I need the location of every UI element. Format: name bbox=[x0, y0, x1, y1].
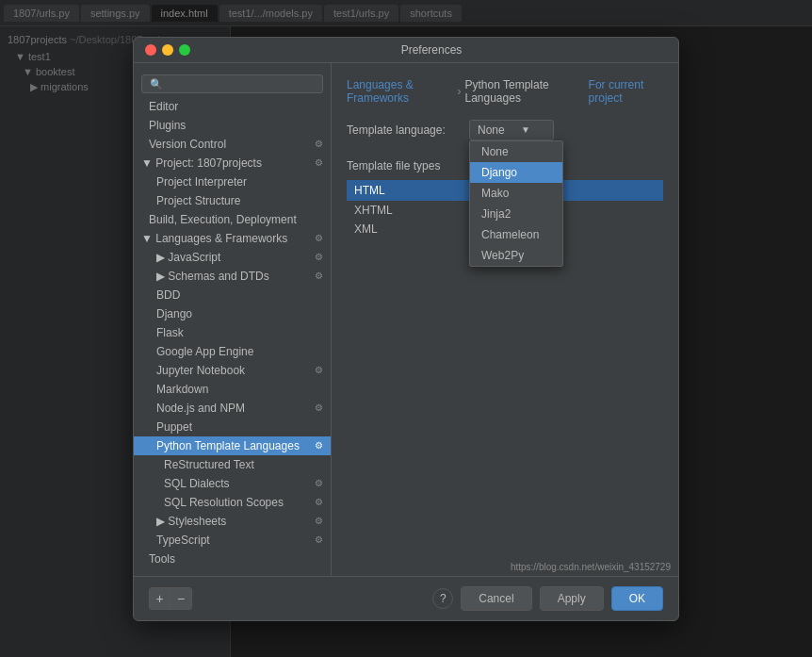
help-button[interactable]: ? bbox=[432, 588, 453, 609]
maximize-button[interactable] bbox=[179, 44, 190, 56]
option-jinja2[interactable]: Jinja2 bbox=[470, 204, 562, 224]
breadcrumb-root[interactable]: Languages & Frameworks bbox=[347, 78, 453, 105]
close-button[interactable] bbox=[145, 44, 156, 56]
cancel-button[interactable]: Cancel bbox=[461, 586, 531, 611]
template-language-label: Template language: bbox=[347, 123, 469, 137]
nav-item-stylesheets[interactable]: ▶ Stylesheets⚙ bbox=[134, 512, 331, 531]
nav-search-container bbox=[134, 71, 331, 97]
nav-item-tools[interactable]: Tools bbox=[134, 550, 331, 568]
template-language-dropdown[interactable]: None ▼ bbox=[469, 120, 554, 140]
modal-content: Languages & Frameworks › Python Template… bbox=[332, 63, 678, 576]
option-web2py[interactable]: Web2Py bbox=[470, 245, 562, 266]
modal-overlay: Preferences Editor Plugins Version Contr… bbox=[0, 0, 812, 657]
modal-title-bar: Preferences bbox=[134, 38, 678, 63]
nav-item-jupyter[interactable]: Jupyter Notebook⚙ bbox=[134, 361, 331, 380]
dropdown-arrow-icon: ▼ bbox=[521, 124, 530, 135]
modal-nav: Editor Plugins Version Control⚙ ▼ Projec… bbox=[134, 63, 332, 576]
watermark: https://blog.csdn.net/weixin_43152729 bbox=[511, 562, 671, 572]
nav-item-plugins[interactable]: Plugins bbox=[134, 116, 331, 135]
nav-item-build[interactable]: Build, Execution, Deployment bbox=[134, 210, 331, 229]
breadcrumb-current: Python Template Languages bbox=[464, 78, 580, 105]
nav-item-schemas[interactable]: ▶ Schemas and DTDs⚙ bbox=[134, 267, 331, 286]
nav-item-editor[interactable]: Editor bbox=[134, 97, 331, 116]
minimize-button[interactable] bbox=[162, 44, 173, 56]
add-remove-bar: + − bbox=[149, 587, 192, 610]
nav-item-bdd[interactable]: BDD bbox=[134, 286, 331, 304]
option-django[interactable]: Django bbox=[470, 162, 562, 183]
nav-item-markdown[interactable]: Markdown bbox=[134, 380, 331, 399]
option-chameleon[interactable]: Chameleon bbox=[470, 224, 562, 245]
nav-item-version-control[interactable]: Version Control⚙ bbox=[134, 135, 331, 154]
nav-item-python-template[interactable]: Python Template Languages⚙ bbox=[134, 436, 331, 455]
modal-footer: + − ? Cancel Apply OK bbox=[134, 576, 678, 620]
search-input[interactable] bbox=[141, 74, 323, 93]
remove-button[interactable]: − bbox=[171, 588, 191, 609]
dropdown-container: None ▼ None Django Mako Jinja2 Chameleon… bbox=[469, 120, 554, 140]
option-mako[interactable]: Mako bbox=[470, 183, 562, 204]
nav-item-sql-dialects[interactable]: SQL Dialects⚙ bbox=[134, 474, 331, 493]
nav-item-project[interactable]: ▼ Project: 1807projects⚙ bbox=[134, 154, 331, 172]
preferences-modal: Preferences Editor Plugins Version Contr… bbox=[133, 37, 679, 621]
footer-left: + − bbox=[149, 587, 425, 610]
nav-item-restructured-text[interactable]: ReStructured Text bbox=[134, 455, 331, 474]
nav-item-sql-resolution[interactable]: SQL Resolution Scopes⚙ bbox=[134, 493, 331, 512]
ok-button[interactable]: OK bbox=[611, 586, 663, 611]
breadcrumb: Languages & Frameworks › Python Template… bbox=[347, 78, 663, 105]
add-button[interactable]: + bbox=[150, 588, 171, 609]
nav-item-puppet[interactable]: Puppet bbox=[134, 418, 331, 436]
breadcrumb-separator: › bbox=[457, 85, 461, 98]
nav-item-django[interactable]: Django bbox=[134, 304, 331, 323]
nav-item-google-app-engine[interactable]: Google App Engine bbox=[134, 342, 331, 361]
project-link[interactable]: For current project bbox=[589, 78, 663, 105]
nav-item-project-interpreter[interactable]: Project Interpreter bbox=[134, 172, 331, 191]
nav-item-typescript[interactable]: TypeScript⚙ bbox=[134, 531, 331, 550]
nav-item-javascript[interactable]: ▶ JavaScript⚙ bbox=[134, 248, 331, 267]
nav-item-project-structure[interactable]: Project Structure bbox=[134, 191, 331, 210]
modal-title: Preferences bbox=[196, 43, 667, 57]
dropdown-menu: None Django Mako Jinja2 Chameleon Web2Py bbox=[469, 140, 563, 267]
apply-button[interactable]: Apply bbox=[540, 586, 604, 611]
template-language-row: Template language: None ▼ None Django Ma… bbox=[347, 120, 663, 140]
nav-item-languages[interactable]: ▼ Languages & Frameworks⚙ bbox=[134, 229, 331, 248]
dropdown-value: None bbox=[478, 123, 505, 137]
nav-item-nodejs[interactable]: Node.js and NPM⚙ bbox=[134, 399, 331, 418]
option-none[interactable]: None bbox=[470, 141, 562, 162]
modal-body: Editor Plugins Version Control⚙ ▼ Projec… bbox=[134, 63, 678, 576]
nav-item-flask[interactable]: Flask bbox=[134, 323, 331, 342]
